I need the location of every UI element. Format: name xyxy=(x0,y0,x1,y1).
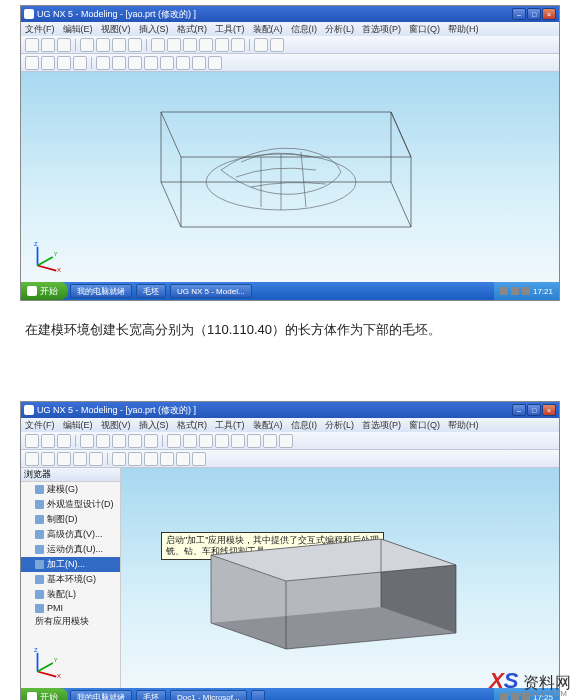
tray-icon[interactable] xyxy=(522,287,530,295)
toolbar-button[interactable] xyxy=(231,38,245,52)
toolbar-button[interactable] xyxy=(144,452,158,466)
toolbar-button[interactable] xyxy=(144,434,158,448)
toolbar-button[interactable] xyxy=(192,452,206,466)
toolbar-button[interactable] xyxy=(183,38,197,52)
toolbar-button[interactable] xyxy=(199,434,213,448)
menu-prefs[interactable]: 首选项(P) xyxy=(362,23,401,36)
toolbar-button[interactable] xyxy=(144,56,158,70)
toolbar-button[interactable] xyxy=(128,56,142,70)
toolbar-button[interactable] xyxy=(73,56,87,70)
menu-file[interactable]: 文件(F) xyxy=(25,23,55,36)
toolbar-button[interactable] xyxy=(96,434,110,448)
menu-window[interactable]: 窗口(Q) xyxy=(409,23,440,36)
toolbar-button[interactable] xyxy=(80,434,94,448)
toolbar-button[interactable] xyxy=(176,56,190,70)
toolbar-button[interactable] xyxy=(263,434,277,448)
task-item[interactable]: 我的电脑就绪 xyxy=(70,690,132,700)
toolbar-button[interactable] xyxy=(112,452,126,466)
toolbar-button[interactable] xyxy=(112,434,126,448)
tab-browser[interactable]: 浏览器 xyxy=(24,468,51,481)
maximize-button[interactable]: □ xyxy=(527,404,541,416)
toolbar-button[interactable] xyxy=(41,434,55,448)
menu-item-all-apps[interactable]: 所有应用模块 xyxy=(21,614,120,629)
close-button[interactable]: × xyxy=(542,404,556,416)
toolbar-button[interactable] xyxy=(112,56,126,70)
toolbar-button[interactable] xyxy=(57,434,71,448)
start-button[interactable]: 开始 xyxy=(21,282,68,300)
menu-view[interactable]: 视图(V) xyxy=(101,23,131,36)
start-button[interactable]: 开始 xyxy=(21,688,68,700)
menu-format[interactable]: 格式(R) xyxy=(177,419,208,432)
minimize-button[interactable]: – xyxy=(512,404,526,416)
tray-icon[interactable] xyxy=(511,287,519,295)
toolbar-button[interactable] xyxy=(167,434,181,448)
toolbar-button[interactable] xyxy=(25,38,39,52)
menu-file[interactable]: 文件(F) xyxy=(25,419,55,432)
menu-assembly[interactable]: 装配(A) xyxy=(253,419,283,432)
3d-viewport[interactable]: Z X Y xyxy=(21,72,559,282)
menu-item-drafting[interactable]: 制图(D) xyxy=(21,512,120,527)
toolbar-button[interactable] xyxy=(160,452,174,466)
maximize-button[interactable]: □ xyxy=(527,8,541,20)
tray-icon[interactable] xyxy=(500,287,508,295)
toolbar-button[interactable] xyxy=(270,38,284,52)
minimize-button[interactable]: – xyxy=(512,8,526,20)
3d-viewport[interactable]: 浏览器 建模(G) 外观造型设计(D) 制图(D) 高级仿真(V)... 运动仿… xyxy=(21,468,559,688)
toolbar-button[interactable] xyxy=(167,38,181,52)
toolbar-button[interactable] xyxy=(151,38,165,52)
toolbar-button[interactable] xyxy=(73,452,87,466)
toolbar-button[interactable] xyxy=(231,434,245,448)
task-item[interactable]: UG NX 5 - Model... xyxy=(170,284,252,298)
toolbar-button[interactable] xyxy=(57,56,71,70)
toolbar-button[interactable] xyxy=(254,38,268,52)
toolbar-button[interactable] xyxy=(89,452,103,466)
toolbar-button[interactable] xyxy=(96,38,110,52)
task-item[interactable]: 我的电脑就绪 xyxy=(70,284,132,298)
menu-item-pmi[interactable]: PMI xyxy=(21,602,120,614)
menu-window[interactable]: 窗口(Q) xyxy=(409,419,440,432)
toolbar-button[interactable] xyxy=(41,56,55,70)
menu-edit[interactable]: 编辑(E) xyxy=(63,23,93,36)
menu-item-styling[interactable]: 外观造型设计(D) xyxy=(21,497,120,512)
toolbar-button[interactable] xyxy=(160,56,174,70)
toolbar-button[interactable] xyxy=(247,434,261,448)
toolbar-button[interactable] xyxy=(183,434,197,448)
menu-view[interactable]: 视图(V) xyxy=(101,419,131,432)
menu-help[interactable]: 帮助(H) xyxy=(448,419,479,432)
menu-edit[interactable]: 编辑(E) xyxy=(63,419,93,432)
menu-item-motion[interactable]: 运动仿真(U)... xyxy=(21,542,120,557)
menu-insert[interactable]: 插入(S) xyxy=(139,419,169,432)
menu-item-modeling[interactable]: 建模(G) xyxy=(21,482,120,497)
menu-help[interactable]: 帮助(H) xyxy=(448,23,479,36)
toolbar-button[interactable] xyxy=(112,38,126,52)
menu-info[interactable]: 信息(I) xyxy=(291,419,318,432)
menu-analysis[interactable]: 分析(L) xyxy=(325,419,354,432)
menu-tools[interactable]: 工具(T) xyxy=(215,23,245,36)
menu-insert[interactable]: 插入(S) xyxy=(139,23,169,36)
toolbar-button[interactable] xyxy=(199,38,213,52)
toolbar-button[interactable] xyxy=(128,434,142,448)
toolbar-button[interactable] xyxy=(41,38,55,52)
toolbar-button[interactable] xyxy=(128,452,142,466)
menu-prefs[interactable]: 首选项(P) xyxy=(362,419,401,432)
toolbar-button[interactable] xyxy=(215,434,229,448)
toolbar-button[interactable] xyxy=(279,434,293,448)
menu-info[interactable]: 信息(I) xyxy=(291,23,318,36)
menu-item-adv-sim[interactable]: 高级仿真(V)... xyxy=(21,527,120,542)
task-item[interactable]: 毛坯 xyxy=(136,690,166,700)
toolbar-button[interactable] xyxy=(128,38,142,52)
task-item[interactable]: 毛坯 xyxy=(136,284,166,298)
toolbar-button[interactable] xyxy=(25,434,39,448)
task-item[interactable] xyxy=(251,690,265,700)
menu-format[interactable]: 格式(R) xyxy=(177,23,208,36)
toolbar-button[interactable] xyxy=(215,38,229,52)
system-tray[interactable]: 17:21 xyxy=(494,282,559,300)
close-button[interactable]: × xyxy=(542,8,556,20)
toolbar-button[interactable] xyxy=(208,56,222,70)
toolbar-button[interactable] xyxy=(96,56,110,70)
toolbar-button[interactable] xyxy=(80,38,94,52)
toolbar-button[interactable] xyxy=(192,56,206,70)
menu-analysis[interactable]: 分析(L) xyxy=(325,23,354,36)
toolbar-button[interactable] xyxy=(25,56,39,70)
menu-tools[interactable]: 工具(T) xyxy=(215,419,245,432)
